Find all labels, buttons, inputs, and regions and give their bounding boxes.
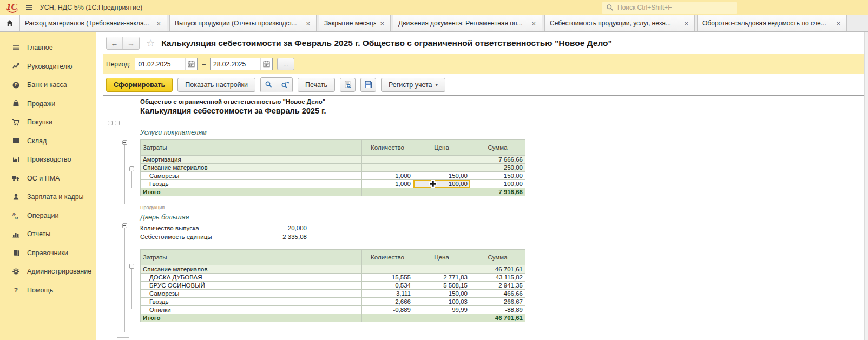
sidebar-item-production[interactable]: Производство <box>0 150 96 169</box>
cell-label[interactable]: Списание материалов <box>141 164 362 172</box>
cell-sum[interactable]: 43 115,82 <box>470 274 525 282</box>
cell-sum[interactable]: 7 666,66 <box>470 156 525 164</box>
cell-label[interactable]: Гвоздь <box>141 298 362 306</box>
period-from-input[interactable] <box>135 61 185 68</box>
cell-price[interactable] <box>413 314 470 322</box>
cell-qty[interactable]: 2,666 <box>362 298 413 306</box>
cell-label[interactable]: Гвоздь <box>141 180 362 188</box>
cell-sum[interactable]: 2 941,35 <box>470 282 525 290</box>
tab-close-icon[interactable]: × <box>155 19 162 28</box>
cell-price[interactable] <box>413 265 470 274</box>
home-tab[interactable] <box>0 15 19 31</box>
forward-button[interactable]: → <box>123 37 139 49</box>
cell-sum[interactable]: 100,00 <box>470 180 525 188</box>
cell-price[interactable] <box>413 188 470 196</box>
tab-close-icon[interactable]: × <box>305 19 311 28</box>
cell-price[interactable]: 100,00 <box>413 180 470 188</box>
sidebar-item-main[interactable]: Главное <box>0 38 96 57</box>
tab-close-icon[interactable]: × <box>835 19 841 28</box>
cell-label[interactable]: Саморезы <box>141 290 362 298</box>
sidebar-item-operations[interactable]: ДтКтОперации <box>0 206 96 225</box>
sidebar-item-directories[interactable]: Справочники <box>0 244 96 263</box>
vertical-scrollbar[interactable] <box>864 32 868 340</box>
register-dropdown[interactable]: Регистр учета ▾ <box>381 78 445 92</box>
tab-6[interactable]: Оборотно-сальдовая ведомость по сче...× <box>697 15 847 31</box>
cell-label[interactable]: Списание материалов <box>141 265 362 274</box>
collapse-button[interactable] <box>115 121 120 125</box>
cell-label[interactable]: Амортизация <box>141 156 362 164</box>
cell-sum[interactable]: 150,00 <box>470 172 525 180</box>
save-button[interactable] <box>360 78 376 92</box>
favorite-star-icon[interactable]: ☆ <box>146 37 155 49</box>
tab-close-icon[interactable]: × <box>379 19 385 28</box>
cell-qty[interactable] <box>362 188 413 196</box>
find-button[interactable] <box>261 78 277 92</box>
cell-label[interactable]: Опилки <box>141 306 362 314</box>
sidebar-item-sales[interactable]: Продажи <box>0 95 96 114</box>
collapse-button[interactable] <box>108 121 113 125</box>
cell-label[interactable]: Итого <box>141 314 362 322</box>
tab-2[interactable]: Выпуск продукции (Отчеты производст...× <box>169 15 317 31</box>
back-button[interactable]: ← <box>107 37 123 49</box>
cell-sum[interactable]: 266,67 <box>470 298 525 306</box>
cell-qty[interactable] <box>362 314 413 322</box>
sidebar-item-help[interactable]: ?Помощь <box>0 281 96 300</box>
cell-label[interactable]: ДОСКА ДУБОВАЯ <box>141 274 362 282</box>
cell-qty[interactable]: -0,889 <box>362 306 413 314</box>
cell-qty[interactable]: 1,000 <box>362 172 413 180</box>
preview-button[interactable] <box>340 78 356 92</box>
show-settings-button[interactable]: Показать настройки <box>177 78 255 92</box>
cell-sum[interactable]: 466,66 <box>470 290 525 298</box>
cell-qty[interactable] <box>362 164 413 172</box>
cell-price[interactable]: 2 771,83 <box>413 274 470 282</box>
tab-close-icon[interactable]: × <box>530 19 537 28</box>
cell-sum[interactable]: 7 916,66 <box>470 188 525 196</box>
cell-qty[interactable]: 0,534 <box>362 282 413 290</box>
cell-qty[interactable]: 3,111 <box>362 290 413 298</box>
sidebar-item-manager[interactable]: Руководителю <box>0 57 96 76</box>
cell-price[interactable]: 99,99 <box>413 306 470 314</box>
cell-qty[interactable]: 1,000 <box>362 180 413 188</box>
main-menu-button[interactable] <box>25 3 34 12</box>
search-input[interactable] <box>617 4 733 11</box>
find-next-button[interactable] <box>277 78 292 92</box>
cell-sum[interactable]: 46 701,61 <box>470 265 525 274</box>
sidebar-item-reports[interactable]: Отчеты <box>0 225 96 244</box>
tab-1[interactable]: Расход материалов (Требования-накла...× <box>19 15 167 31</box>
sidebar-item-payroll-hr[interactable]: Зарплата и кадры <box>0 188 96 206</box>
calendar-icon[interactable] <box>185 58 197 70</box>
cell-price[interactable]: 5 508,15 <box>413 282 470 290</box>
cell-qty[interactable] <box>362 156 413 164</box>
collapse-button[interactable] <box>129 264 134 269</box>
cell-price[interactable]: 150,00 <box>413 290 470 298</box>
cell-price[interactable] <box>413 156 470 164</box>
tab-3[interactable]: Закрытие месяца× <box>319 15 391 31</box>
print-button[interactable]: Печать <box>298 78 335 92</box>
cell-price[interactable]: 150,00 <box>413 172 470 180</box>
cell-price[interactable] <box>413 164 470 172</box>
collapse-button[interactable] <box>122 140 127 145</box>
cell-label[interactable]: Саморезы <box>141 172 362 180</box>
sidebar-item-bank-cash[interactable]: РБанк и касса <box>0 76 96 95</box>
period-to-input[interactable] <box>211 61 260 68</box>
global-search[interactable] <box>602 2 737 14</box>
cell-price[interactable]: 100,03 <box>413 298 470 306</box>
tab-4[interactable]: Движения документа: Регламентная оп...× <box>393 15 542 31</box>
tab-5[interactable]: Себестоимость продукции, услуг, неза...× <box>544 15 695 31</box>
cell-sum[interactable]: 46 701,61 <box>470 314 525 322</box>
sidebar-item-fixed-assets[interactable]: ОС и НМА <box>0 169 96 188</box>
collapse-button[interactable] <box>129 166 134 171</box>
cell-label[interactable]: БРУС ОСИНОВЫЙ <box>141 282 362 290</box>
cell-label[interactable]: Итого <box>141 188 362 196</box>
calendar-icon[interactable] <box>260 58 272 70</box>
generate-button[interactable]: Сформировать <box>106 78 173 92</box>
period-more-button[interactable]: ... <box>277 58 294 70</box>
cell-qty[interactable]: 15,555 <box>362 274 413 282</box>
sidebar-item-purchases[interactable]: Покупки <box>0 113 96 132</box>
sidebar-item-administration[interactable]: Администрирование <box>0 262 96 281</box>
tab-close-icon[interactable]: × <box>683 19 689 28</box>
collapse-button[interactable] <box>122 223 127 228</box>
cell-sum[interactable]: 250,00 <box>470 164 525 172</box>
cell-sum[interactable]: -88,89 <box>470 306 525 314</box>
cell-qty[interactable] <box>362 265 413 274</box>
